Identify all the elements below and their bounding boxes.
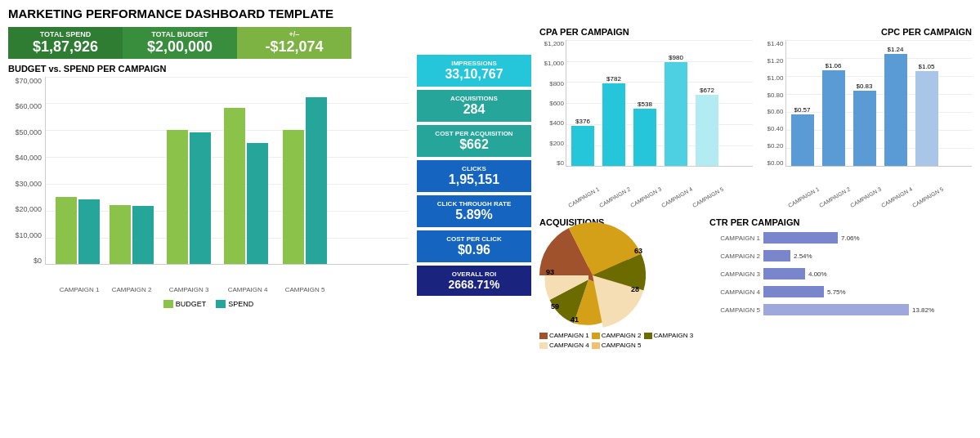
legend-budget: BUDGET <box>163 300 207 308</box>
cpc-y-000: $0.00 <box>767 159 783 167</box>
cpc-y-100: $1.00 <box>767 74 783 82</box>
pie-wrapper <box>539 222 646 328</box>
cpc-bar-c5 <box>915 71 938 166</box>
ctr-bar-c4 <box>763 286 824 297</box>
cpa-y-400: $400 <box>549 119 564 127</box>
ctr-chart-section: CTR PER CAMPAIGN CAMPAIGN 1 7.06% CAMPAI… <box>709 217 972 349</box>
ctr-bars: CAMPAIGN 1 7.06% CAMPAIGN 2 2.54% CA <box>709 232 972 315</box>
cpc-y-080: $0.80 <box>767 92 783 99</box>
roi-label: OVERALL ROI <box>423 270 525 278</box>
ctr-value: 5.89% <box>423 208 525 222</box>
bottom-charts-row: ACQUISITIONS <box>539 217 972 349</box>
pie-legend-c4-label: CAMPAIGN 4 <box>549 342 589 349</box>
cpa-label: COST PER ACQUISITION <box>423 130 525 137</box>
x-label-c5: CAMPAIGN 5 <box>277 286 333 293</box>
cpc-chart-area: $1.40 $1.20 $1.00 $0.80 $0.60 $0.40 $0.2… <box>759 40 973 191</box>
cpa-chart-title: CPA PER CAMPAIGN <box>539 27 753 37</box>
variance-card: +/– -$12,074 <box>237 27 351 59</box>
total-budget-card: TOTAL BUDGET $2,00,000 <box>123 27 237 59</box>
pie-legend-c1: CAMPAIGN 1 <box>539 332 589 339</box>
cpc-bar-label-c3: $0.83 <box>856 83 872 90</box>
ctr-row-c5: CAMPAIGN 5 13.82% <box>709 304 972 315</box>
pie-legend-c3-label: CAMPAIGN 3 <box>654 332 694 339</box>
y-label-40k: $40,000 <box>15 154 42 162</box>
budget-chart-title: BUDGET vs. SPEND PER CAMPAIGN <box>8 64 409 74</box>
pie-legend-c4-color <box>539 342 548 349</box>
clicks-value: 1,95,151 <box>423 172 525 187</box>
cpa-bar-c5 <box>696 95 718 166</box>
cpa-chart-area: $1,200 $1,000 $800 $600 $400 $200 $0 <box>539 40 753 191</box>
acquisitions-pie-section: ACQUISITIONS <box>539 217 703 349</box>
x-label-c3: CAMPAIGN 3 <box>161 286 217 293</box>
y-label-50k: $50,000 <box>15 128 42 136</box>
cpa-x-c5: CAMPAIGN 5 <box>691 186 724 208</box>
ctr-metric-card: CLICK THROUGH RATE 5.89% <box>417 195 531 227</box>
cpc-bar-label-c2: $1.06 <box>825 62 841 69</box>
bar-c2-budget <box>110 205 131 264</box>
cpa-x-c3: CAMPAIGN 3 <box>629 186 662 208</box>
acquisitions-value: 284 <box>423 102 525 117</box>
pie-legend-c2: CAMPAIGN 2 <box>592 332 642 339</box>
cpa-value: $662 <box>423 137 525 152</box>
bar-c1-budget <box>56 197 77 264</box>
bar-c5-spend <box>306 97 327 264</box>
pie-legend-c5: CAMPAIGN 5 <box>592 342 642 349</box>
cpc-x-c4: CAMPAIGN 4 <box>880 186 913 208</box>
ctr-label-c1: CAMPAIGN 1 <box>709 235 760 242</box>
bar-c4-spend <box>247 143 268 264</box>
impressions-label: IMPRESSIONS <box>423 60 525 67</box>
pie-legend: CAMPAIGN 1 CAMPAIGN 2 CAMPAIGN 3 CA <box>539 332 703 349</box>
impressions-value: 33,10,767 <box>423 67 525 82</box>
y-label-20k: $20,000 <box>15 205 42 213</box>
ctr-bar-c1 <box>763 232 838 244</box>
cpa-bar-label-c1: $376 <box>575 118 590 125</box>
variance-label: +/– <box>244 30 345 38</box>
bar-c3-spend <box>190 132 211 264</box>
ctr-label-c5: CAMPAIGN 5 <box>709 306 760 314</box>
total-spend-value: $1,87,926 <box>15 38 116 56</box>
pie-legend-c1-color <box>539 333 548 339</box>
ctr-label-c3: CAMPAIGN 3 <box>709 270 760 278</box>
roi-card: OVERALL ROI 2668.71% <box>417 266 531 296</box>
cpc-chart-title: CPC PER CAMPAIGN <box>759 27 973 37</box>
cpa-card: COST PER ACQUISITION $662 <box>417 125 531 157</box>
cpc-chart-section: CPC PER CAMPAIGN $1.40 $1.20 $1.00 $0.80… <box>759 27 973 191</box>
ctr-row-c2: CAMPAIGN 2 2.54% <box>709 250 972 261</box>
chart-legend: BUDGET SPEND <box>8 300 409 308</box>
impressions-card: IMPRESSIONS 33,10,767 <box>417 55 531 87</box>
pie-legend-c1-label: CAMPAIGN 1 <box>549 332 589 339</box>
budget-spend-chart: BUDGET vs. SPEND PER CAMPAIGN $70,000 $6… <box>8 64 409 308</box>
total-budget-value: $2,00,000 <box>129 38 230 56</box>
cpa-bar-c4 <box>665 62 687 166</box>
cpc-x-c5: CAMPAIGN 5 <box>911 186 944 208</box>
cpc-card: COST PER CLICK $0.96 <box>417 230 531 262</box>
top-charts-row: CPA PER CAMPAIGN $1,200 $1,000 $800 $600… <box>539 27 972 191</box>
kpi-cards: TOTAL SPEND $1,87,926 TOTAL BUDGET $2,00… <box>8 27 409 59</box>
pie-legend-c2-label: CAMPAIGN 2 <box>602 332 642 339</box>
cpa-y-1000: $1,000 <box>544 60 564 67</box>
variance-value: -$12,074 <box>244 38 345 56</box>
cpc-bar-c3 <box>853 91 876 166</box>
y-label-70k: $70,000 <box>15 77 42 85</box>
bar-c3-budget <box>167 130 188 264</box>
cpc-bar-label-c1: $0.57 <box>794 106 810 114</box>
cpc-x-c1: CAMPAIGN 1 <box>787 186 820 208</box>
ctr-chart-title: CTR PER CAMPAIGN <box>709 217 972 227</box>
legend-spend-label: SPEND <box>228 300 253 308</box>
cpa-bar-label-c3: $538 <box>638 101 652 108</box>
cpa-bar-c2 <box>602 83 625 166</box>
ctr-row-c1: CAMPAIGN 1 7.06% <box>709 232 972 244</box>
pie-legend-c3-color <box>644 333 652 339</box>
total-spend-card: TOTAL SPEND $1,87,926 <box>8 27 123 59</box>
total-spend-label: TOTAL SPEND <box>15 30 116 38</box>
cpc-label: COST PER CLICK <box>423 235 525 243</box>
legend-budget-color <box>163 300 173 308</box>
ctr-label-c4: CAMPAIGN 4 <box>709 288 760 296</box>
y-label-0: $0 <box>34 257 42 265</box>
cpc-x-c2: CAMPAIGN 2 <box>818 186 851 208</box>
ctr-value-c4: 5.75% <box>827 288 846 296</box>
ctr-row-c3: CAMPAIGN 3 4.00% <box>709 268 972 279</box>
ctr-bar-c5 <box>763 304 909 315</box>
ctr-bar-c3 <box>763 268 805 279</box>
right-section: CPA PER CAMPAIGN $1,200 $1,000 $800 $600… <box>539 27 972 349</box>
